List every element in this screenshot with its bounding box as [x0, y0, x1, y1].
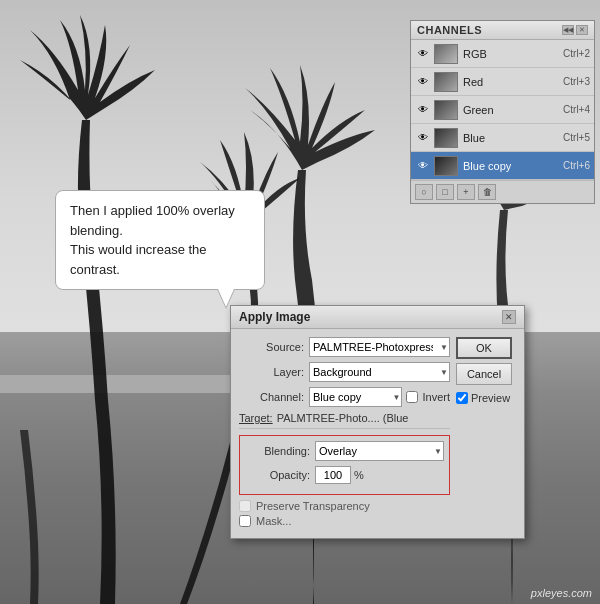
invert-row: Invert	[406, 391, 450, 403]
speech-bubble-text: Then I applied 100% overlay blending.Thi…	[70, 203, 235, 277]
channel-thumb-green	[434, 100, 458, 120]
channel-row-blue-copy[interactable]: 👁 Blue copy Ctrl+6	[411, 152, 594, 180]
channel-name-green: Green	[463, 104, 559, 116]
dialog-title: Apply Image	[239, 310, 310, 324]
save-selection-btn[interactable]: □	[436, 184, 454, 200]
blending-label: Blending:	[245, 445, 310, 457]
channel-select[interactable]: Blue copy	[309, 387, 402, 407]
channel-select-wrapper: Blue copy ▼	[309, 387, 402, 407]
channels-footer: ○ □ + 🗑	[411, 180, 594, 203]
opacity-percent: %	[354, 469, 364, 481]
source-label: Source:	[239, 341, 304, 353]
channel-name-blue: Blue	[463, 132, 559, 144]
channel-row-green[interactable]: 👁 Green Ctrl+4	[411, 96, 594, 124]
dialog-right-panel: OK Cancel Preview	[456, 337, 516, 530]
eye-icon-blue[interactable]: 👁	[415, 130, 431, 146]
preserve-transparency-checkbox[interactable]	[239, 500, 251, 512]
invert-label: Invert	[422, 391, 450, 403]
channel-shortcut-blue: Ctrl+5	[563, 132, 590, 143]
channel-thumb-blue-copy	[434, 156, 458, 176]
channel-row-red[interactable]: 👁 Red Ctrl+3	[411, 68, 594, 96]
channel-shortcut-green: Ctrl+4	[563, 104, 590, 115]
channel-shortcut-blue-copy: Ctrl+6	[563, 160, 590, 171]
eye-icon-rgb[interactable]: 👁	[415, 46, 431, 62]
blending-row: Blending: Overlay ▼	[245, 441, 444, 461]
dialog-title-bar: Apply Image ✕	[231, 306, 524, 329]
cancel-button[interactable]: Cancel	[456, 363, 512, 385]
eye-icon-blue-copy[interactable]: 👁	[415, 158, 431, 174]
opacity-row: Opacity: %	[245, 466, 444, 484]
new-channel-btn[interactable]: +	[457, 184, 475, 200]
preview-label: Preview	[471, 392, 510, 404]
channel-name-red: Red	[463, 76, 559, 88]
channel-thumb-rgb	[434, 44, 458, 64]
dialog-content: Source: PALMTREE-Photoxpress.... ▼ Layer…	[231, 329, 524, 538]
panel-close-btn[interactable]: ✕	[576, 25, 588, 35]
delete-channel-btn[interactable]: 🗑	[478, 184, 496, 200]
invert-checkbox[interactable]	[406, 391, 418, 403]
channels-panel: CHANNELS ◀◀ ✕ 👁 RGB Ctrl+2 👁 Red Ctrl+3 …	[410, 20, 595, 204]
target-value: PALMTREE-Photo.... (Blue	[277, 412, 409, 424]
channel-row-rgb[interactable]: 👁 RGB Ctrl+2	[411, 40, 594, 68]
apply-image-dialog: Apply Image ✕ Source: PALMTREE-Photoxpre…	[230, 305, 525, 539]
layer-row: Layer: Background ▼	[239, 362, 450, 382]
panel-controls: ◀◀ ✕	[562, 25, 588, 35]
speech-bubble: Then I applied 100% overlay blending.Thi…	[55, 190, 265, 290]
channel-name-rgb: RGB	[463, 48, 559, 60]
source-select[interactable]: PALMTREE-Photoxpress....	[309, 337, 450, 357]
opacity-label: Opacity:	[245, 469, 310, 481]
preview-row: Preview	[456, 392, 516, 404]
watermark: pxleyes.com	[531, 587, 592, 599]
source-row: Source: PALMTREE-Photoxpress.... ▼	[239, 337, 450, 357]
ok-button[interactable]: OK	[456, 337, 512, 359]
eye-icon-red[interactable]: 👁	[415, 74, 431, 90]
opacity-input[interactable]	[315, 466, 351, 484]
channel-row-blue[interactable]: 👁 Blue Ctrl+5	[411, 124, 594, 152]
target-row: Target: PALMTREE-Photo.... (Blue	[239, 412, 450, 429]
channel-thumb-blue	[434, 128, 458, 148]
layer-select-wrapper: Background ▼	[309, 362, 450, 382]
channels-header: CHANNELS ◀◀ ✕	[411, 21, 594, 40]
dialog-close-btn[interactable]: ✕	[502, 310, 516, 324]
channel-row-dialog: Channel: Blue copy ▼ Invert	[239, 387, 450, 407]
mask-checkbox[interactable]	[239, 515, 251, 527]
source-select-wrapper: PALMTREE-Photoxpress.... ▼	[309, 337, 450, 357]
panel-minimize-btn[interactable]: ◀◀	[562, 25, 574, 35]
load-channel-btn[interactable]: ○	[415, 184, 433, 200]
blending-section: Blending: Overlay ▼ Opacity: %	[239, 435, 450, 495]
channels-title: CHANNELS	[417, 24, 482, 36]
preserve-transparency-row: Preserve Transparency	[239, 500, 450, 512]
preview-checkbox[interactable]	[456, 392, 468, 404]
eye-icon-green[interactable]: 👁	[415, 102, 431, 118]
channel-name-blue-copy: Blue copy	[463, 160, 559, 172]
channel-shortcut-rgb: Ctrl+2	[563, 48, 590, 59]
channel-shortcut-red: Ctrl+3	[563, 76, 590, 87]
preserve-transparency-label: Preserve Transparency	[256, 500, 370, 512]
mask-row: Mask...	[239, 515, 450, 527]
channel-label: Channel:	[239, 391, 304, 403]
layer-label: Layer:	[239, 366, 304, 378]
layer-select[interactable]: Background	[309, 362, 450, 382]
mask-label: Mask...	[256, 515, 291, 527]
dialog-left-panel: Source: PALMTREE-Photoxpress.... ▼ Layer…	[239, 337, 450, 530]
channel-thumb-red	[434, 72, 458, 92]
blending-select[interactable]: Overlay	[315, 441, 444, 461]
target-label: Target:	[239, 412, 273, 424]
blending-select-wrapper: Overlay ▼	[315, 441, 444, 461]
